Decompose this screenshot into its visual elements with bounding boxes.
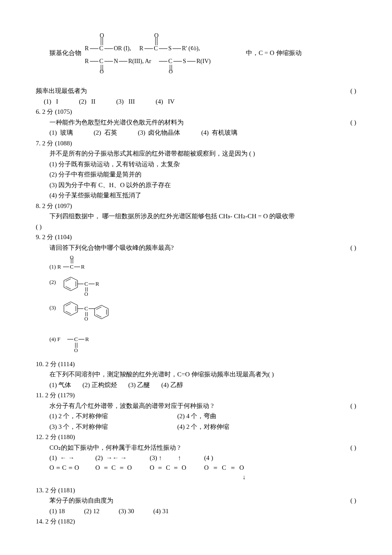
svg-text:S: S bbox=[168, 45, 172, 52]
q12-header: 12. 2 分 (1180) bbox=[36, 432, 356, 442]
svg-text:R: R bbox=[81, 263, 85, 270]
svg-text:C: C bbox=[70, 263, 74, 270]
q14-header: 14. 2 分 (1182) bbox=[36, 517, 356, 526]
answer-blank: ( ) bbox=[350, 496, 356, 506]
svg-text:S: S bbox=[183, 58, 186, 64]
q11-body-row: 水分子有几个红外谱带，波数最高的谱带对应于何种振动 ? ( ) bbox=[36, 401, 356, 411]
svg-text:(1) R: (1) R bbox=[49, 263, 61, 270]
q10-options: (1) 气体 (2) 正构烷烃 (3) 乙醚 (4) 乙醇 bbox=[36, 380, 356, 390]
q5-lead: 羰基化合物 bbox=[36, 48, 85, 58]
svg-text:R(III),  Ar: R(III), Ar bbox=[128, 58, 151, 65]
svg-text:O: O bbox=[100, 68, 104, 73]
svg-text:C: C bbox=[74, 336, 78, 342]
q12-opt3-arrows: ↑ ↑ bbox=[159, 454, 182, 461]
answer-blank: ( ) bbox=[350, 401, 356, 411]
q11-o2: (2) 4 个，弯曲 bbox=[177, 411, 217, 421]
q12-opt2-arrows: →← → bbox=[106, 454, 127, 461]
q12-opt3: (3) ↑ ↑ O＝C＝O bbox=[150, 453, 189, 472]
q8-header: 8. 2 分 (1097) bbox=[36, 201, 356, 211]
q12-diagrams: (1) ← → O＝C＝O (2) →← → O＝C＝O (3) ↑ ↑ O＝C… bbox=[36, 453, 356, 482]
q5-tail: 中，C = O 伸缩振动 bbox=[242, 48, 302, 58]
answer-blank: ( ) bbox=[350, 243, 356, 253]
q9-header: 9. 2 分 (1104) bbox=[36, 232, 356, 242]
q12-opt1-label: (1) bbox=[49, 454, 57, 461]
q7-body: 并不是所有的分子振动形式其相应的红外谱带都能被观察到，这是因为 ( ) bbox=[36, 149, 356, 159]
q11-body: 水分子有几个红外谱带，波数最高的谱带对应于何种振动 ? bbox=[49, 401, 213, 411]
q9-body-row: 请回答下列化合物中哪个吸收峰的频率最高? ( ) bbox=[36, 243, 356, 253]
svg-text:R(IV): R(IV) bbox=[196, 58, 211, 65]
q12-opt4-arrow: ↓ bbox=[242, 472, 248, 482]
answer-blank: ( ) bbox=[350, 118, 356, 127]
svg-text:R: R bbox=[85, 58, 89, 64]
q10-body: 在下列不同溶剂中，测定羧酸的红外光谱时，C=O 伸缩振动频率出现最高者为( ) bbox=[36, 370, 356, 379]
q6-body: 一种能作为色散型红外光谱仪色散元件的材料为 bbox=[49, 118, 184, 127]
q5-line2-row: 频率出现最低者为 ( ) bbox=[36, 86, 356, 96]
svg-text:(2): (2) bbox=[49, 279, 56, 285]
svg-text:O: O bbox=[84, 291, 88, 297]
answer-blank: ( ) bbox=[350, 86, 356, 96]
q13-body: 苯分子的振动自由度为 bbox=[49, 496, 113, 506]
q12-body-row: CO₂的如下振动中，何种属于非红外活性振动 ? ( ) bbox=[36, 443, 356, 453]
svg-text:C: C bbox=[99, 58, 103, 64]
q11-o3: (3) 3 个，不对称伸缩 bbox=[49, 422, 177, 432]
q5-structure-svg: R C O OR (I), R C O S R' (¢ò), R C O N bbox=[85, 32, 242, 73]
q5-options: (1) I (2) II (3) III (4) IV bbox=[36, 97, 356, 107]
q7-header: 7. 2 分 (1088) bbox=[36, 139, 356, 148]
svg-text:R: R bbox=[85, 45, 89, 52]
q9-body: 请回答下列化合物中哪个吸收峰的频率最高? bbox=[49, 243, 174, 253]
q7-opt1: (1) 分子既有振动运动，又有转动运动，太复杂 bbox=[36, 159, 356, 169]
q12-opt1-formula: O＝C＝O bbox=[49, 463, 80, 473]
q8-body: 下列四组数据中， 哪一组数据所涉及的红外光谱区能够包括 CH₃- CH₂-CH … bbox=[36, 211, 356, 221]
q6-header: 6. 2 分 (1075) bbox=[36, 107, 356, 117]
svg-text:C: C bbox=[154, 45, 158, 52]
q6-body-row: 一种能作为色散型红外光谱仪色散元件的材料为 ( ) bbox=[36, 118, 356, 127]
q7-opt4: (4) 分子某些振动能量相互抵消了 bbox=[36, 191, 356, 200]
q6-options: (1) 玻璃 (2) 石英 (3) 卤化物晶体 (4) 有机玻璃 bbox=[36, 128, 356, 138]
q13-body-row: 苯分子的振动自由度为 ( ) bbox=[36, 496, 356, 506]
q12-opt4-label: (4 ) bbox=[204, 453, 213, 463]
svg-text:C: C bbox=[84, 305, 88, 312]
q11-o1: (1) 2 个，不对称伸缩 bbox=[49, 411, 177, 421]
q7-opt3: (3) 因为分子中有 C、H、O 以外的原子存在 bbox=[36, 180, 356, 190]
q12-body: CO₂的如下振动中，何种属于非红外活性振动 ? bbox=[49, 443, 180, 453]
svg-text:C: C bbox=[168, 58, 172, 64]
svg-text:R: R bbox=[95, 280, 99, 287]
q12-opt3-label: (3) bbox=[150, 454, 157, 461]
svg-text:C: C bbox=[99, 45, 103, 52]
svg-text:O: O bbox=[100, 32, 104, 39]
q12-opt4-formula: O＝C＝O bbox=[204, 463, 248, 473]
svg-text:R: R bbox=[85, 336, 89, 342]
q12-opt1-arrows: ← → bbox=[60, 454, 75, 461]
svg-marker-46 bbox=[64, 277, 78, 291]
svg-marker-68 bbox=[95, 305, 108, 319]
q8-blank: ( ) bbox=[36, 222, 356, 232]
svg-text:C: C bbox=[84, 280, 88, 287]
svg-marker-58 bbox=[64, 302, 78, 315]
svg-text:O: O bbox=[169, 68, 173, 73]
q11-o4: (4) 2 个，对称伸缩 bbox=[177, 422, 230, 432]
q10-header: 10. 2 分 (1114) bbox=[36, 359, 356, 369]
q11-opts-row2: (3) 3 个，不对称伸缩 (4) 2 个，对称伸缩 bbox=[36, 422, 356, 432]
q12-opt1: (1) ← → O＝C＝O bbox=[49, 453, 80, 472]
q7-opt2: (2) 分子中有些振动能量是简并的 bbox=[36, 170, 356, 179]
svg-text:R' (¢ò),: R' (¢ò), bbox=[182, 45, 200, 52]
svg-text:N: N bbox=[114, 58, 118, 64]
svg-text:O: O bbox=[70, 256, 74, 260]
svg-text:R: R bbox=[139, 45, 144, 52]
svg-text:(3): (3) bbox=[49, 304, 56, 311]
q11-opts-row1: (1) 2 个，不对称伸缩 (2) 4 个，弯曲 bbox=[36, 411, 356, 421]
q9-structures-svg: (1) R C O R (2) C O R (3) C bbox=[49, 256, 160, 354]
answer-blank: ( ) bbox=[350, 443, 356, 453]
q11-header: 11. 2 分 (1179) bbox=[36, 390, 356, 400]
q12-opt2-label: (2) bbox=[95, 454, 103, 461]
q12-opt3-formula: O＝C＝O bbox=[150, 463, 189, 473]
q13-options: (1) 18 (2) 12 (3) 30 (4) 31 bbox=[36, 506, 356, 516]
q13-header: 13. 2 分 (1181) bbox=[36, 486, 356, 495]
svg-text:OR (I),: OR (I), bbox=[114, 45, 131, 52]
q5-line2: 频率出现最低者为 bbox=[36, 86, 87, 96]
q12-opt2: (2) →← → O＝C＝O bbox=[95, 453, 135, 472]
svg-text:O: O bbox=[154, 32, 159, 39]
svg-text:(4)   F: (4) F bbox=[49, 336, 61, 342]
svg-text:O: O bbox=[84, 316, 88, 322]
q5-structure-row: 羰基化合物 R C O OR (I), R C O S R' (¢ò), R C bbox=[36, 32, 356, 73]
